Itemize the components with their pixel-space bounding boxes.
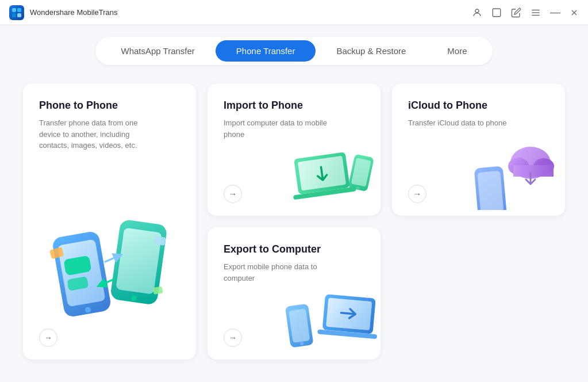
cards-grid: Phone to Phone Transfer phone data from …	[23, 83, 565, 360]
import-illustration	[283, 135, 375, 210]
icloud-illustration	[470, 135, 559, 210]
svg-rect-2	[12, 13, 16, 17]
card-phone-to-phone-arrow[interactable]: →	[39, 328, 57, 347]
edit-icon[interactable]	[511, 7, 521, 18]
svg-rect-5	[493, 9, 501, 17]
card-icloud-title: iCloud to Phone	[408, 100, 549, 112]
menu-icon[interactable]	[531, 7, 541, 18]
card-phone-to-phone-title: Phone to Phone	[39, 100, 180, 112]
title-bar-left: Wondershare MobileTrans	[9, 5, 117, 20]
tab-phone[interactable]: Phone Transfer	[216, 40, 316, 62]
svg-rect-32	[477, 171, 504, 210]
export-illustration	[283, 276, 375, 357]
main-content: WhatsApp Transfer Phone Transfer Backup …	[0, 25, 588, 382]
minimize-button[interactable]: —	[550, 6, 560, 18]
window-icon[interactable]	[491, 7, 502, 18]
card-phone-to-phone[interactable]: Phone to Phone Transfer phone data from …	[23, 83, 196, 360]
card-export-title: Export to Computer	[224, 243, 364, 255]
svg-rect-37	[513, 165, 554, 177]
svg-rect-1	[17, 8, 21, 12]
nav-tabs: WhatsApp Transfer Phone Transfer Backup …	[95, 37, 492, 65]
card-export-to-computer[interactable]: Export to Computer Export mobile phone d…	[207, 227, 381, 360]
card-icloud-desc: Transfer iCloud data to phone	[408, 117, 512, 129]
svg-rect-3	[17, 13, 21, 17]
tab-more[interactable]: More	[426, 40, 487, 62]
tab-backup[interactable]: Backup & Restore	[316, 40, 426, 62]
card-icloud-to-phone[interactable]: iCloud to Phone Transfer iCloud data to …	[392, 83, 565, 216]
app-title: Wondershare MobileTrans	[30, 8, 117, 17]
card-phone-to-phone-desc: Transfer phone data from one device to a…	[39, 117, 143, 151]
card-import-title: Import to Phone	[224, 100, 364, 112]
svg-rect-23	[153, 286, 163, 295]
svg-point-4	[475, 9, 479, 13]
card-icloud-arrow[interactable]: →	[408, 185, 426, 203]
close-button[interactable]	[570, 8, 579, 17]
window-controls: —	[472, 6, 579, 18]
app-icon	[9, 5, 24, 20]
user-icon[interactable]	[472, 7, 482, 18]
phone-to-phone-illustration	[41, 204, 179, 325]
card-export-arrow[interactable]: →	[224, 328, 242, 347]
title-bar: Wondershare MobileTrans —	[0, 0, 588, 25]
card-import-to-phone[interactable]: Import to Phone Import computer data to …	[207, 83, 381, 216]
tab-whatsapp[interactable]: WhatsApp Transfer	[100, 40, 215, 62]
svg-rect-0	[12, 8, 16, 12]
card-import-arrow[interactable]: →	[224, 185, 242, 203]
